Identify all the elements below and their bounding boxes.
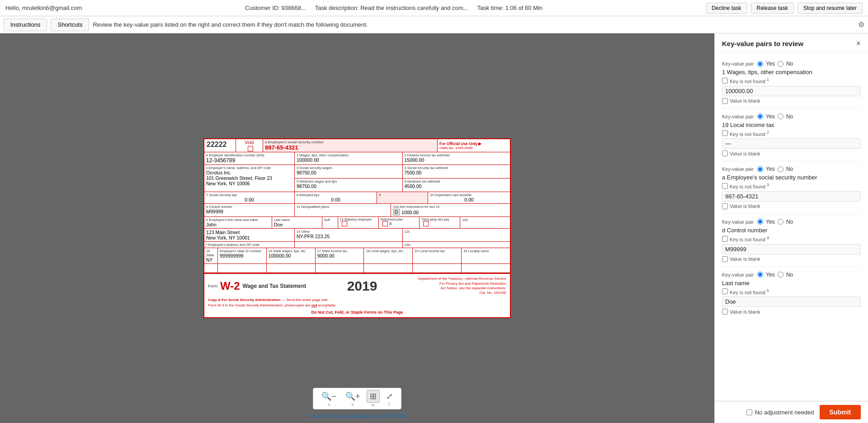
state-tax-value: 9000.00 [317, 253, 362, 258]
release-task-button[interactable]: Release task [751, 3, 794, 14]
emp-last-label: Last name [274, 218, 320, 222]
privacy-label: For Privacy Act and Paperwork Reduction [418, 282, 506, 286]
kvp2-yes-radio[interactable] [757, 113, 763, 119]
third-checkbox [423, 221, 429, 226]
kvp5-no-radio[interactable] [778, 272, 783, 277]
kvp3-blank-check[interactable] [722, 203, 728, 209]
document-area: 22222 Void a Employee's social security … [0, 33, 714, 423]
zoom-out-label: o [328, 402, 330, 407]
not-acceptable: not [311, 303, 317, 307]
main-content: 22222 Void a Employee's social security … [0, 33, 868, 423]
local-tax-label: 19 Local income tax [415, 249, 459, 253]
control-value: M99999 [206, 209, 292, 214]
kvp-radio-group-2: Yes No [757, 113, 793, 120]
kvp1-blank-check[interactable] [722, 98, 728, 104]
ss-tax-cell: 4 Social security tax withheld 7500.00 [403, 165, 510, 178]
kvp4-blank-row: Value is blank [722, 256, 861, 262]
panel-title: Key-value pairs to review [722, 40, 803, 47]
locality-cell: 20 Locality name [462, 248, 510, 263]
right-cols: 3 Social security wages 98750.00 4 Socia… [295, 165, 510, 192]
kvp5-blank-check[interactable] [722, 309, 728, 315]
no-adjustment-text: No adjustment needed [755, 409, 814, 416]
ein-value: 12-3456789 [206, 157, 292, 164]
kvp2-not-found-label: Key is not found 2 [730, 130, 769, 137]
state-wages-label: 16 State wages, tips, etc. [269, 249, 313, 253]
void-checkbox [248, 146, 253, 151]
kvp4-no-radio[interactable] [778, 219, 783, 225]
box12b-cell: 12b [460, 217, 510, 228]
top-actions: Decline task Release task Stop and resum… [706, 3, 863, 14]
med-wages-value: 98750.00 [297, 183, 401, 189]
expand-button[interactable]: ⤢ [383, 390, 396, 402]
right-panel: Key-value pairs to review × Key-value pa… [714, 33, 868, 423]
extra-localtax [413, 264, 462, 273]
emp-name: Ocrolus Inc. [206, 170, 292, 175]
shortcuts-tab[interactable]: Shortcuts [51, 19, 89, 31]
kvp4-no-label: No [786, 219, 793, 225]
kvp5-yes-radio[interactable] [757, 272, 763, 277]
extra-localwages [364, 264, 413, 273]
box12a-code: D [393, 209, 400, 216]
zoom-in-button[interactable]: 🔍+ [343, 390, 363, 402]
med-wages-label: 5 Medicare wages and tips [297, 179, 401, 183]
emp-first-label: e Employee's first name and initial [206, 218, 270, 222]
kvp1-no-radio[interactable] [778, 61, 783, 67]
kvp3-key: a Employee's social security number [722, 174, 861, 181]
state-cell: 15 State NY [204, 248, 218, 263]
task-info: Customer ID: 938668... Task description:… [245, 5, 542, 11]
kvp1-key: 1 Wages, tips, other compensation [722, 69, 861, 75]
kvp5-value: Doe [722, 296, 861, 307]
emp-emp-city: New York, NY 10001 [206, 235, 292, 240]
kvp2-blank-check[interactable] [722, 150, 728, 156]
kvp5-not-found-check[interactable] [722, 288, 728, 294]
kvp3-no-radio[interactable] [778, 166, 783, 172]
settings-icon[interactable]: ⚙ [858, 20, 864, 29]
wages-label: 1 Wages, tips, other compensation [297, 153, 401, 157]
kvp4-not-found-label: Key is not found 4 [730, 235, 769, 242]
zoom-out-button[interactable]: 🔍− [319, 390, 339, 402]
kvp3-not-found-label: Key is not found 3 [730, 183, 769, 189]
not-acceptable2: acceptable. [318, 303, 337, 307]
kvp-label-4: Key-value pair [722, 219, 754, 225]
kvp1-yes-radio[interactable] [757, 61, 763, 67]
kvp2-key: 19 Local income tax [722, 122, 861, 128]
box12d-label: 12d [405, 243, 509, 247]
kvp4-blank-check[interactable] [722, 256, 728, 262]
kvp4-yes-radio[interactable] [757, 219, 763, 225]
other-value: NY-PFR 223.25 [297, 234, 401, 239]
kvp2-not-found-check[interactable] [722, 130, 728, 136]
kvp2-value: — [722, 138, 861, 149]
kvp-item-2: Key-value pair Yes No 19 Local income ta… [722, 109, 861, 162]
no-adjustment-checkbox[interactable] [746, 409, 752, 415]
stop-resume-button[interactable]: Stop and resume later [797, 3, 863, 14]
instructions-tab[interactable]: Instructions [4, 19, 47, 31]
kvp-item-3: Key-value pair Yes No a Employee's socia… [722, 161, 861, 214]
kvp-label-3: Key-value pair [722, 166, 754, 172]
confidential-text: Treat the data in this task as confident… [0, 413, 714, 419]
kvp3-not-found-check[interactable] [722, 183, 728, 189]
kvp1-not-found-check[interactable] [722, 78, 728, 84]
kvp2-not-found-row: Key is not found 2 [722, 130, 861, 137]
w2-row-empaddr2: f Employee's address and ZIP code 12d [204, 242, 510, 248]
ein-cell: b Employer identification number (EIN) 1… [204, 152, 295, 164]
ret-label: Retirement plan [381, 218, 417, 221]
w2-row-employer: c Employer's name, address, and ZIP code… [204, 165, 510, 192]
w2-irs-info: Department of the Treasury—Internal Reve… [418, 277, 506, 296]
nonqual-cell: 11 Nonqualified plans [295, 204, 391, 216]
control-label: d Control number [206, 205, 292, 209]
bottom-bar: No adjustment needed Submit [715, 401, 868, 423]
kvp-row1-4: Key-value pair Yes No [722, 219, 861, 225]
stat-label: 13 Statutory employee [340, 218, 377, 221]
box12d-cell: 12d [403, 242, 510, 248]
kvp4-not-found-check[interactable] [722, 236, 728, 242]
close-icon[interactable]: × [856, 39, 861, 48]
fit-button[interactable]: ⊞ [367, 390, 380, 403]
w2-row-extra [204, 264, 510, 273]
decline-task-button[interactable]: Decline task [706, 3, 747, 14]
kvp-list: Key-value pair Yes No 1 Wages, tips, oth… [715, 52, 868, 401]
kvp2-no-radio[interactable] [778, 113, 783, 119]
kvp3-yes-radio[interactable] [757, 166, 763, 172]
extra-stateid [218, 264, 267, 273]
kvp-item-1: Key-value pair Yes No 1 Wages, tips, oth… [722, 56, 861, 109]
submit-button[interactable]: Submit [820, 405, 861, 419]
